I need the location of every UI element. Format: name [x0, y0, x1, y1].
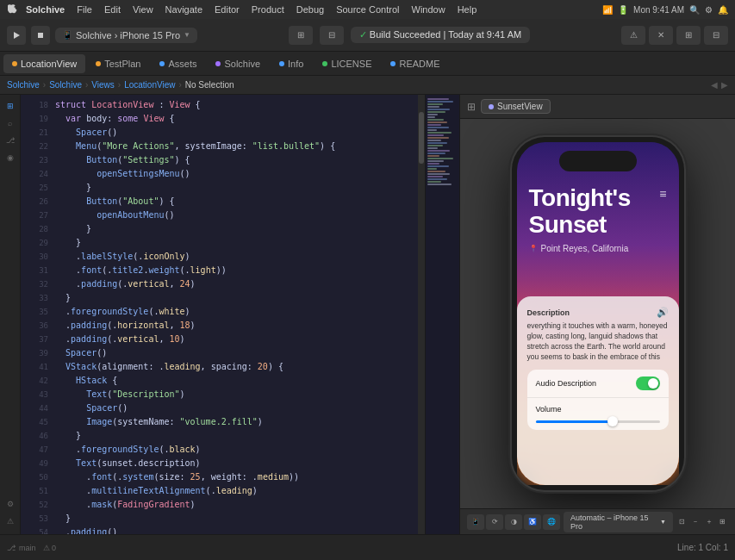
- orientation-btn[interactable]: ⟳: [486, 514, 503, 530]
- battery-icon: 🔋: [618, 5, 628, 15]
- accessibility-btn[interactable]: ♿: [524, 514, 541, 530]
- tab-dot-blue: [159, 61, 165, 66]
- code-line: 21 Spacer(): [21, 126, 425, 140]
- menu-bar: Solchive File Edit View Navigate Editor …: [0, 0, 735, 19]
- minimap-line: [427, 155, 439, 157]
- breadcrumb-solchive2[interactable]: Solchive: [49, 80, 82, 90]
- speaker-icon[interactable]: 🔊: [657, 307, 669, 318]
- cursor-position: Line: 1 Col: 1: [677, 543, 728, 552]
- breadcrumb-solchive[interactable]: Solchive: [7, 80, 40, 90]
- description-label-row: Description 🔊: [527, 307, 669, 318]
- color-mode-btn[interactable]: ◑: [505, 514, 522, 530]
- description-text: everything it touches with a warm, honey…: [527, 321, 669, 363]
- layout-btn[interactable]: ⊟: [320, 26, 344, 45]
- tab-license[interactable]: LICENSE: [314, 54, 380, 73]
- code-line: 50 .font(.system(size: 25, weight: .medi…: [21, 470, 425, 484]
- code-line: 36 .padding(.horizontal, 18): [21, 319, 425, 333]
- breadcrumb-no-selection: No Selection: [185, 80, 234, 90]
- audio-description-toggle[interactable]: [636, 376, 660, 390]
- issues-icon[interactable]: ⚠: [3, 513, 18, 529]
- menu-debug[interactable]: Debug: [296, 4, 324, 15]
- spotlight-icon[interactable]: 🔍: [689, 5, 700, 15]
- menu-help[interactable]: Help: [458, 4, 477, 15]
- minimap-line: [427, 101, 453, 103]
- menu-source-control[interactable]: Source Control: [336, 4, 399, 15]
- device-btn[interactable]: 📱: [467, 514, 484, 530]
- navigator-icon[interactable]: ⊞: [3, 98, 18, 114]
- menu-bar-right: 📶 🔋 Mon 9:41 AM 🔍 ⚙ 🔔: [602, 5, 728, 15]
- sidebar-toggle-btn[interactable]: ⊞: [289, 26, 313, 45]
- footer-btn-group: 📱 ⟳ ◑ ♿ 🌐: [467, 514, 560, 530]
- iphone-mockup: ≡ Tonight's Sunset 📍 Point Reyes, Califo…: [512, 137, 684, 490]
- code-line: 46 }: [21, 429, 425, 443]
- scheme-auto-label: Automatic – iPhone 15 Pro: [570, 513, 657, 531]
- code-editor[interactable]: 18struct LocationView : View { 19 var bo…: [21, 95, 425, 534]
- zoom-fit-btn[interactable]: ⊡: [676, 516, 688, 527]
- breadcrumb-back-icon[interactable]: ◀: [711, 80, 718, 90]
- tab-assets[interactable]: Assets: [151, 54, 205, 73]
- slider-thumb[interactable]: [607, 416, 618, 426]
- footer-scheme-selector[interactable]: Automatic – iPhone 15 Pro ▼: [564, 512, 673, 532]
- panel-toggle-btn[interactable]: ⊞: [676, 26, 701, 45]
- menu-navigate[interactable]: Navigate: [165, 4, 202, 15]
- code-line: 18struct LocationView : View {: [21, 98, 425, 112]
- minimap-line: [427, 116, 435, 118]
- breadcrumb-forward-icon[interactable]: ▶: [721, 80, 728, 90]
- play-button[interactable]: [7, 26, 26, 45]
- code-line: 29 }: [21, 236, 425, 250]
- volume-slider[interactable]: [536, 420, 660, 423]
- code-line: 49 Text(sunset.description): [21, 457, 425, 470]
- description-section: Description 🔊 everything it touches with…: [527, 307, 669, 363]
- zoom-in-btn[interactable]: ＋: [703, 515, 715, 528]
- code-line: 32 .padding(.vertical, 24): [21, 277, 425, 291]
- scheme-selector[interactable]: 📱 Solchive › iPhone 15 Pro ▼: [55, 28, 197, 43]
- menu-view[interactable]: View: [133, 4, 153, 15]
- scrollbar-thumb[interactable]: [419, 112, 424, 164]
- breakpoints-icon[interactable]: ◉: [3, 150, 18, 165]
- breadcrumb-views[interactable]: Views: [91, 80, 115, 90]
- tab-label-solchive: Solchive: [224, 59, 260, 69]
- minimap-line: [427, 181, 441, 183]
- menu-file[interactable]: File: [77, 4, 92, 15]
- menu-edit[interactable]: Edit: [104, 4, 121, 15]
- preview-header: ⊞ SunsetView: [460, 95, 735, 119]
- notification-icon[interactable]: 🔔: [718, 5, 728, 15]
- apple-logo-icon: [7, 3, 19, 16]
- audio-description-row: Audio Description: [527, 370, 669, 398]
- tab-readme[interactable]: README: [382, 54, 448, 73]
- stop-button[interactable]: [31, 26, 50, 45]
- sunset-title: Tonight's Sunset: [529, 185, 667, 239]
- menu-editor[interactable]: Editor: [215, 4, 240, 15]
- minimap-line: [427, 134, 444, 136]
- tab-solchive[interactable]: Solchive: [207, 54, 269, 73]
- menu-app-name[interactable]: Solchive: [26, 4, 65, 15]
- menu-product[interactable]: Product: [252, 4, 284, 15]
- zoom-out-btn[interactable]: －: [689, 515, 701, 528]
- debug-icon[interactable]: ⚙: [3, 496, 18, 512]
- scheme-icon: 📱: [62, 30, 72, 40]
- breadcrumb-locationview[interactable]: LocationView: [124, 80, 175, 90]
- minimap-line: [427, 184, 452, 185]
- code-line: 19 var body: some View {: [21, 112, 425, 126]
- line-col-display: Line: 1 Col: 1: [677, 543, 728, 552]
- zoom-actual-btn[interactable]: ⊞: [717, 516, 728, 527]
- tab-label-locationview: LocationView: [21, 59, 77, 69]
- localization-btn[interactable]: 🌐: [543, 514, 560, 530]
- tab-bar: LocationView TestPlan Assets Solchive In…: [0, 52, 735, 76]
- toolbar-center: ⊞ ⊟ ✓ Build Succeeded | Today at 9:41 AM: [201, 26, 618, 45]
- minimap-line: [427, 137, 449, 139]
- tab-info[interactable]: Info: [271, 54, 312, 73]
- git-icon[interactable]: ⎇: [3, 133, 18, 148]
- tab-locationview[interactable]: LocationView: [3, 54, 85, 73]
- tab-testplan[interactable]: TestPlan: [87, 54, 149, 73]
- control-center-icon[interactable]: ⚙: [705, 5, 713, 15]
- warnings-btn[interactable]: ⚠: [621, 26, 645, 45]
- tab-dot-blue3: [390, 61, 396, 66]
- slider-fill: [536, 420, 610, 423]
- menu-window[interactable]: Window: [412, 4, 445, 15]
- search-icon[interactable]: ⌕: [3, 115, 18, 131]
- svg-marker-0: [14, 32, 20, 39]
- menu-icon[interactable]: ≡: [659, 187, 666, 201]
- inspector-toggle-btn[interactable]: ⊟: [704, 26, 728, 45]
- errors-btn[interactable]: ✕: [649, 26, 673, 45]
